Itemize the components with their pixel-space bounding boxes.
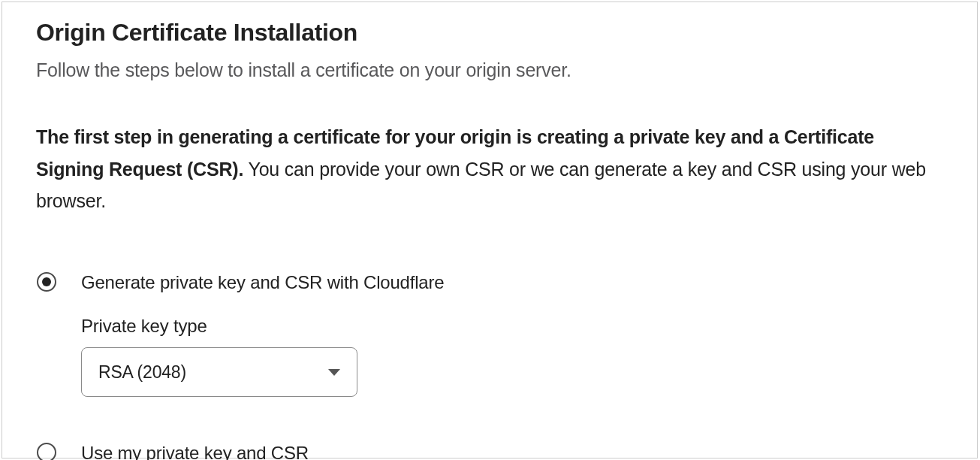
page-title: Origin Certificate Installation (36, 19, 943, 47)
option-own-row: Use my private key and CSR (36, 440, 943, 460)
private-key-type-label: Private key type (81, 316, 943, 337)
page-subtitle: Follow the steps below to install a cert… (36, 57, 943, 83)
private-key-type-value: RSA (2048) (98, 362, 186, 383)
option-own-label: Use my private key and CSR (81, 440, 943, 460)
private-key-type-select[interactable]: RSA (2048) (81, 347, 357, 397)
option-generate-row: Generate private key and CSR with Cloudf… (36, 270, 943, 398)
origin-certificate-panel: Origin Certificate Installation Follow t… (2, 2, 978, 458)
radio-circle-icon (37, 443, 56, 460)
option-generate-body: Generate private key and CSR with Cloudf… (81, 270, 943, 398)
radio-dot-icon (42, 277, 51, 286)
radio-own[interactable] (36, 442, 57, 460)
chevron-down-icon (328, 369, 340, 376)
step-description: The first step in generating a certifica… (36, 121, 943, 217)
radio-circle-icon (37, 272, 56, 292)
option-own-body: Use my private key and CSR (81, 440, 943, 460)
option-generate-label: Generate private key and CSR with Cloudf… (81, 270, 943, 295)
radio-generate[interactable] (36, 271, 57, 292)
